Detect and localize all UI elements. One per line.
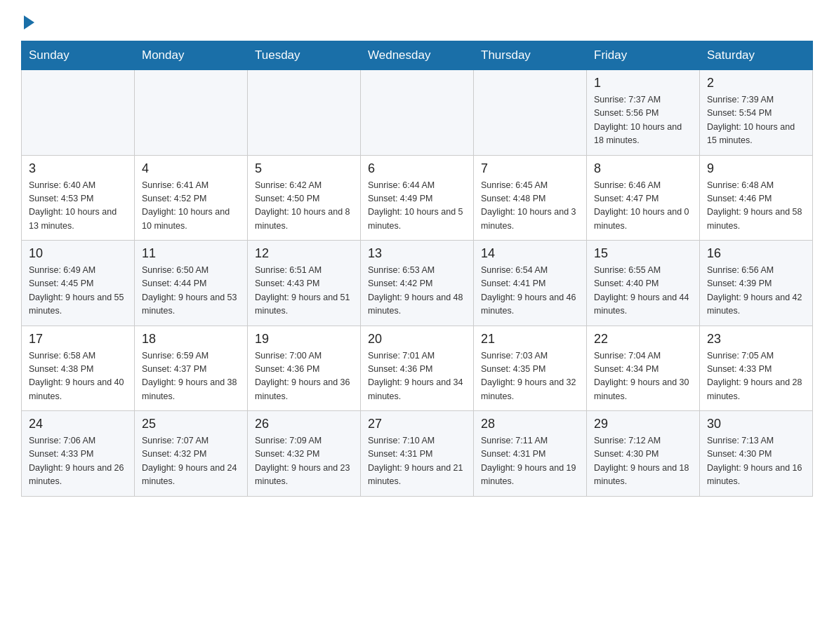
day-info: Sunrise: 6:55 AM Sunset: 4:40 PM Dayligh… xyxy=(594,264,692,318)
calendar-table: SundayMondayTuesdayWednesdayThursdayFrid… xyxy=(21,41,813,497)
day-info: Sunrise: 7:13 AM Sunset: 4:30 PM Dayligh… xyxy=(707,434,805,489)
day-info: Sunrise: 6:46 AM Sunset: 4:47 PM Dayligh… xyxy=(594,179,692,234)
day-info: Sunrise: 7:07 AM Sunset: 4:32 PM Dayligh… xyxy=(142,434,240,489)
calendar-cell: 27Sunrise: 7:10 AM Sunset: 4:31 PM Dayli… xyxy=(361,411,474,497)
day-info: Sunrise: 6:41 AM Sunset: 4:52 PM Dayligh… xyxy=(142,179,240,234)
day-info: Sunrise: 7:09 AM Sunset: 4:32 PM Dayligh… xyxy=(255,434,353,489)
day-info: Sunrise: 7:06 AM Sunset: 4:33 PM Dayligh… xyxy=(29,434,127,489)
day-info: Sunrise: 6:48 AM Sunset: 4:46 PM Dayligh… xyxy=(707,179,805,234)
day-number: 15 xyxy=(594,246,692,261)
day-info: Sunrise: 6:42 AM Sunset: 4:50 PM Dayligh… xyxy=(255,179,353,234)
day-number: 18 xyxy=(142,332,240,347)
day-info: Sunrise: 6:58 AM Sunset: 4:38 PM Dayligh… xyxy=(29,349,127,404)
calendar-cell: 28Sunrise: 7:11 AM Sunset: 4:31 PM Dayli… xyxy=(474,411,587,497)
day-info: Sunrise: 7:10 AM Sunset: 4:31 PM Dayligh… xyxy=(368,434,466,489)
day-number: 21 xyxy=(481,332,579,347)
day-number: 3 xyxy=(29,161,127,176)
calendar-cell: 17Sunrise: 6:58 AM Sunset: 4:38 PM Dayli… xyxy=(22,326,135,411)
calendar-cell: 30Sunrise: 7:13 AM Sunset: 4:30 PM Dayli… xyxy=(700,411,813,497)
calendar-week-row: 24Sunrise: 7:06 AM Sunset: 4:33 PM Dayli… xyxy=(22,411,813,497)
calendar-cell: 13Sunrise: 6:53 AM Sunset: 4:42 PM Dayli… xyxy=(361,241,474,326)
day-number: 5 xyxy=(255,161,353,176)
day-number: 30 xyxy=(707,417,805,431)
day-info: Sunrise: 6:44 AM Sunset: 4:49 PM Dayligh… xyxy=(368,179,466,234)
calendar-cell: 6Sunrise: 6:44 AM Sunset: 4:49 PM Daylig… xyxy=(361,155,474,241)
day-info: Sunrise: 6:59 AM Sunset: 4:37 PM Dayligh… xyxy=(142,349,240,404)
day-number: 28 xyxy=(481,417,579,431)
calendar-cell: 19Sunrise: 7:00 AM Sunset: 4:36 PM Dayli… xyxy=(248,326,361,411)
day-info: Sunrise: 7:39 AM Sunset: 5:54 PM Dayligh… xyxy=(707,93,805,148)
day-number: 8 xyxy=(594,161,692,176)
day-info: Sunrise: 6:53 AM Sunset: 4:42 PM Dayligh… xyxy=(368,264,466,318)
day-number: 7 xyxy=(481,161,579,176)
day-info: Sunrise: 6:56 AM Sunset: 4:39 PM Dayligh… xyxy=(707,264,805,318)
calendar-cell: 10Sunrise: 6:49 AM Sunset: 4:45 PM Dayli… xyxy=(22,241,135,326)
calendar-cell xyxy=(248,70,361,156)
day-info: Sunrise: 7:04 AM Sunset: 4:34 PM Dayligh… xyxy=(594,349,692,404)
day-info: Sunrise: 6:54 AM Sunset: 4:41 PM Dayligh… xyxy=(481,264,579,318)
day-number: 19 xyxy=(255,332,353,347)
calendar-cell: 9Sunrise: 6:48 AM Sunset: 4:46 PM Daylig… xyxy=(700,155,813,241)
calendar-cell: 26Sunrise: 7:09 AM Sunset: 4:32 PM Dayli… xyxy=(248,411,361,497)
calendar-cell: 25Sunrise: 7:07 AM Sunset: 4:32 PM Dayli… xyxy=(135,411,248,497)
calendar-cell: 3Sunrise: 6:40 AM Sunset: 4:53 PM Daylig… xyxy=(22,155,135,241)
calendar-cell: 21Sunrise: 7:03 AM Sunset: 4:35 PM Dayli… xyxy=(474,326,587,411)
day-number: 14 xyxy=(481,246,579,261)
day-number: 22 xyxy=(594,332,692,347)
day-number: 2 xyxy=(707,76,805,90)
calendar-cell xyxy=(135,70,248,156)
calendar-cell: 18Sunrise: 6:59 AM Sunset: 4:37 PM Dayli… xyxy=(135,326,248,411)
day-info: Sunrise: 7:12 AM Sunset: 4:30 PM Dayligh… xyxy=(594,434,692,489)
calendar-cell: 23Sunrise: 7:05 AM Sunset: 4:33 PM Dayli… xyxy=(700,326,813,411)
day-number: 6 xyxy=(368,161,466,176)
day-info: Sunrise: 6:45 AM Sunset: 4:48 PM Dayligh… xyxy=(481,179,579,234)
day-info: Sunrise: 7:37 AM Sunset: 5:56 PM Dayligh… xyxy=(594,93,692,148)
day-header-saturday: Saturday xyxy=(700,41,813,70)
day-number: 4 xyxy=(142,161,240,176)
day-number: 13 xyxy=(368,246,466,261)
calendar-cell xyxy=(361,70,474,156)
calendar-header-row: SundayMondayTuesdayWednesdayThursdayFrid… xyxy=(22,41,813,70)
day-number: 26 xyxy=(255,417,353,431)
calendar-cell: 29Sunrise: 7:12 AM Sunset: 4:30 PM Dayli… xyxy=(587,411,700,497)
day-info: Sunrise: 7:11 AM Sunset: 4:31 PM Dayligh… xyxy=(481,434,579,489)
calendar-cell: 1Sunrise: 7:37 AM Sunset: 5:56 PM Daylig… xyxy=(587,70,700,156)
day-header-monday: Monday xyxy=(135,41,248,70)
day-number: 17 xyxy=(29,332,127,347)
calendar-cell: 11Sunrise: 6:50 AM Sunset: 4:44 PM Dayli… xyxy=(135,241,248,326)
calendar-cell xyxy=(22,70,135,156)
day-info: Sunrise: 6:49 AM Sunset: 4:45 PM Dayligh… xyxy=(29,264,127,318)
calendar-cell: 20Sunrise: 7:01 AM Sunset: 4:36 PM Dayli… xyxy=(361,326,474,411)
calendar-cell: 2Sunrise: 7:39 AM Sunset: 5:54 PM Daylig… xyxy=(700,70,813,156)
day-number: 12 xyxy=(255,246,353,261)
day-number: 20 xyxy=(368,332,466,347)
logo xyxy=(21,14,34,28)
calendar-week-row: 10Sunrise: 6:49 AM Sunset: 4:45 PM Dayli… xyxy=(22,241,813,326)
day-number: 10 xyxy=(29,246,127,261)
calendar-cell xyxy=(474,70,587,156)
logo-arrow-icon xyxy=(24,15,34,29)
calendar-cell: 12Sunrise: 6:51 AM Sunset: 4:43 PM Dayli… xyxy=(248,241,361,326)
calendar-week-row: 3Sunrise: 6:40 AM Sunset: 4:53 PM Daylig… xyxy=(22,155,813,241)
day-info: Sunrise: 6:50 AM Sunset: 4:44 PM Dayligh… xyxy=(142,264,240,318)
day-number: 1 xyxy=(594,76,692,90)
day-number: 29 xyxy=(594,417,692,431)
day-header-thursday: Thursday xyxy=(474,41,587,70)
day-number: 27 xyxy=(368,417,466,431)
day-number: 25 xyxy=(142,417,240,431)
calendar-cell: 5Sunrise: 6:42 AM Sunset: 4:50 PM Daylig… xyxy=(248,155,361,241)
day-number: 16 xyxy=(707,246,805,261)
day-number: 23 xyxy=(707,332,805,347)
calendar-cell: 22Sunrise: 7:04 AM Sunset: 4:34 PM Dayli… xyxy=(587,326,700,411)
calendar-cell: 7Sunrise: 6:45 AM Sunset: 4:48 PM Daylig… xyxy=(474,155,587,241)
page-header xyxy=(21,14,813,28)
calendar-cell: 15Sunrise: 6:55 AM Sunset: 4:40 PM Dayli… xyxy=(587,241,700,326)
day-info: Sunrise: 7:01 AM Sunset: 4:36 PM Dayligh… xyxy=(368,349,466,404)
day-info: Sunrise: 7:03 AM Sunset: 4:35 PM Dayligh… xyxy=(481,349,579,404)
day-info: Sunrise: 7:05 AM Sunset: 4:33 PM Dayligh… xyxy=(707,349,805,404)
day-header-sunday: Sunday xyxy=(22,41,135,70)
calendar-cell: 16Sunrise: 6:56 AM Sunset: 4:39 PM Dayli… xyxy=(700,241,813,326)
calendar-cell: 8Sunrise: 6:46 AM Sunset: 4:47 PM Daylig… xyxy=(587,155,700,241)
day-header-friday: Friday xyxy=(587,41,700,70)
day-info: Sunrise: 6:40 AM Sunset: 4:53 PM Dayligh… xyxy=(29,179,127,234)
